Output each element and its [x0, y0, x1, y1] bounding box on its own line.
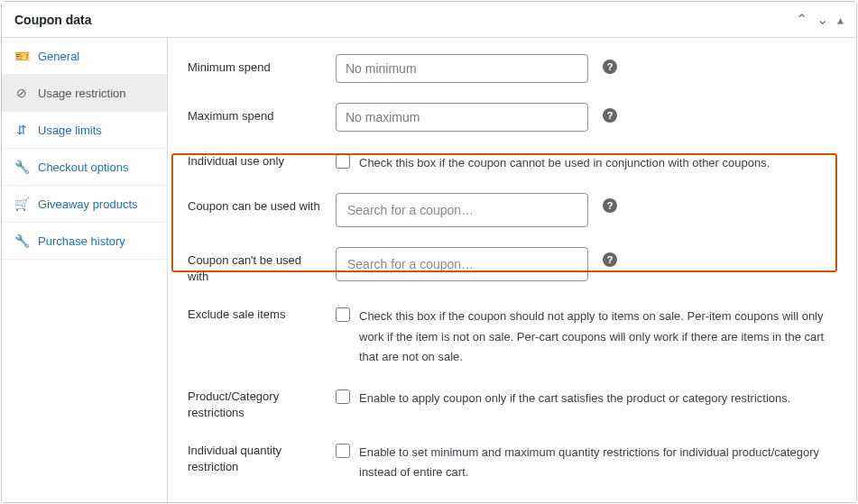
help-icon[interactable]: ? — [603, 108, 617, 123]
limits-icon: ⇵ — [14, 123, 29, 137]
field-product-category-restrictions: Product/Category restrictions Enable to … — [188, 387, 836, 421]
field-label: Individual quantity restriction — [188, 441, 323, 475]
cart-icon: 🛒 — [14, 197, 29, 211]
prod-cat-checkbox[interactable] — [336, 389, 350, 404]
field-label: Coupon can't be used with — [188, 247, 323, 285]
move-up-icon[interactable] — [796, 11, 807, 28]
sidebar-item-usage-limits[interactable]: ⇵ Usage limits — [2, 112, 167, 149]
sidebar-item-checkout-options[interactable]: 🔧 Checkout options — [2, 149, 167, 186]
field-label: Product/Category restrictions — [188, 387, 323, 421]
field-coupon-cant-be-used-with: Coupon can't be used with Search for a c… — [188, 247, 836, 285]
sidebar: 🎫 General ⊘ Usage restriction ⇵ Usage li… — [2, 38, 168, 502]
help-icon[interactable]: ? — [603, 198, 617, 213]
field-maximum-spend: Maximum spend ? — [188, 103, 836, 132]
field-label: Coupon can be used with — [188, 193, 323, 215]
help-icon[interactable]: ? — [603, 252, 617, 267]
wrench-icon: 🔧 — [14, 234, 29, 248]
minimum-spend-input[interactable] — [336, 54, 588, 83]
move-down-icon[interactable] — [816, 11, 828, 28]
field-label: Exclude sale items — [188, 305, 323, 323]
panel-controls — [796, 11, 844, 28]
field-individual-use: Individual use only Check this box if th… — [188, 151, 836, 173]
collapse-icon[interactable] — [837, 13, 844, 27]
sidebar-item-usage-restriction[interactable]: ⊘ Usage restriction — [2, 75, 167, 112]
help-icon[interactable]: ? — [603, 60, 617, 74]
wrench-icon: 🔧 — [14, 160, 29, 174]
cant-use-with-select[interactable]: Search for a coupon… — [336, 247, 588, 281]
sidebar-item-label: Usage limits — [38, 124, 102, 137]
maximum-spend-input[interactable] — [336, 103, 588, 132]
sidebar-item-label: General — [38, 50, 79, 63]
sidebar-item-label: Purchase history — [38, 234, 125, 248]
field-label: Individual use only — [188, 151, 323, 170]
field-label: Maximum spend — [188, 103, 323, 124]
field-exclude-sale-items: Exclude sale items Check this box if the… — [188, 305, 836, 366]
individual-use-checkbox[interactable] — [336, 154, 350, 169]
field-desc: Enable to apply coupon only if the cart … — [359, 387, 836, 408]
coupon-data-panel: Coupon data 🎫 General ⊘ Usage restrictio… — [1, 1, 857, 503]
exclude-sale-checkbox[interactable] — [336, 307, 350, 322]
sidebar-item-giveaway-products[interactable]: 🛒 Giveaway products — [2, 186, 167, 223]
sidebar-item-label: Usage restriction — [38, 87, 126, 100]
panel-title: Coupon data — [14, 13, 92, 27]
panel-header: Coupon data — [2, 2, 856, 38]
field-label: Minimum spend — [188, 54, 323, 76]
sidebar-item-label: Checkout options — [38, 160, 128, 174]
ind-qty-checkbox[interactable] — [336, 444, 350, 458]
ticket-icon: 🎫 — [14, 49, 29, 63]
block-icon: ⊘ — [14, 86, 29, 100]
panel-body: 🎫 General ⊘ Usage restriction ⇵ Usage li… — [2, 38, 856, 502]
field-minimum-spend: Minimum spend ? — [188, 54, 836, 83]
field-individual-quantity-restriction: Individual quantity restriction Enable t… — [188, 441, 836, 482]
sidebar-item-general[interactable]: 🎫 General — [2, 38, 167, 75]
field-desc: Enable to set minimum and maximum quanti… — [359, 441, 836, 482]
field-coupon-can-be-used-with: Coupon can be used with Search for a cou… — [188, 193, 836, 227]
can-use-with-select[interactable]: Search for a coupon… — [336, 193, 588, 227]
content-area: Minimum spend ? Maximum spend ? Individu… — [168, 38, 856, 502]
field-desc: Check this box if the coupon should not … — [359, 305, 836, 366]
sidebar-item-label: Giveaway products — [38, 197, 138, 211]
field-desc: Check this box if the coupon cannot be u… — [359, 151, 836, 173]
sidebar-item-purchase-history[interactable]: 🔧 Purchase history — [2, 223, 167, 260]
